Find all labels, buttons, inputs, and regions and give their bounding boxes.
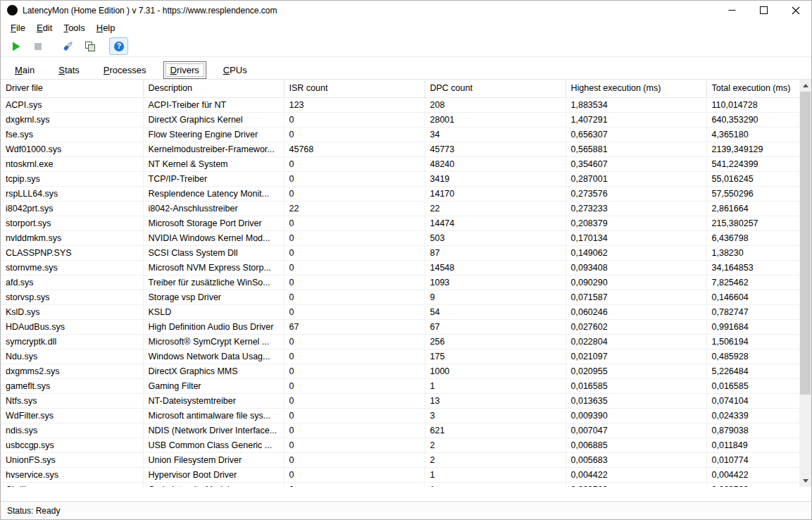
table-cell: hvservice.sys [1,467,143,482]
table-cell: 0 [284,245,425,260]
table-row[interactable]: dxgkrnl.sysDirectX Graphics Kernel028001… [1,112,799,127]
help-button[interactable]: ? [109,37,128,55]
table-row[interactable]: storvsp.sysStorage vsp Driver090,0715870… [1,290,799,304]
table-cell: 0 [284,156,425,171]
titlebar[interactable]: LatencyMon (Home Edition ) v 7.31 - http… [1,1,811,20]
table-cell: 0 [284,364,425,378]
table-row[interactable]: i8042prt.sysi8042-Anschlusstreiber22220,… [1,201,799,216]
maximize-button[interactable] [748,1,780,20]
table-cell: 54 [425,304,566,319]
table-cell: 0,013635 [566,393,706,408]
column-header-driver-file[interactable]: Driver file [1,80,143,97]
vertical-scrollbar[interactable] [799,80,811,487]
scrollbar-up-button[interactable] [799,80,811,92]
options-button[interactable] [58,37,77,55]
table-cell: gameflt.sys [1,378,143,393]
table-cell: 256 [425,334,566,349]
table-row[interactable]: afd.sysTreiber für zusätzliche WinSo...0… [1,275,799,290]
menu-tools[interactable]: Tools [58,21,90,35]
table-cell: 0 [284,408,425,423]
table-cell: ntoskrnl.exe [1,156,143,171]
tab-processes[interactable]: Processes [96,61,154,79]
table-row[interactable]: UnionFS.sysUnion Filesystem Driver020,00… [1,452,799,467]
tab-cpus[interactable]: CPUs [216,61,254,79]
column-header-dpc-count[interactable]: DPC count [425,80,566,97]
table-cell: 14474 [425,216,566,230]
table-cell: HDAudBus.sys [1,319,143,334]
table-cell: 57,550296 [706,186,799,201]
scrollbar-down-button[interactable] [799,475,811,487]
table-cell: dxgkrnl.sys [1,112,143,127]
table-cell: 0 [284,216,425,230]
table-cell: 6,436798 [706,230,799,245]
table-cell: ndis.sys [1,423,143,438]
table-row[interactable]: gameflt.sysGaming Filter010,0165850,0165… [1,378,799,393]
table-cell: 0,003563 [706,482,799,487]
table-row[interactable]: tcpip.sysTCP/IP-Treiber034190,28700155,0… [1,171,799,186]
table-cell: CLASSPNP.SYS [1,245,143,260]
minimize-button[interactable] [716,1,748,20]
close-button[interactable] [780,1,811,20]
table-cell: WdFilter.sys [1,408,143,423]
table-cell: Union Filesystem Driver [143,452,284,467]
scrollbar-thumb[interactable] [800,92,811,395]
table-cell: 9 [425,290,566,304]
table-row[interactable]: ndis.sysNDIS (Network Driver Interface..… [1,423,799,438]
table-row[interactable]: hvservice.sysHypervisor Boot Driver010,0… [1,467,799,482]
table-cell: KslD.sys [1,304,143,319]
table-cell: 0 [284,452,425,467]
table-row[interactable]: usbccgp.sysUSB Common Class Generic ...0… [1,438,799,452]
column-header-description[interactable]: Description [143,80,284,97]
table-row[interactable]: HDAudBus.sysHigh Definition Audio Bus Dr… [1,319,799,334]
statusbar: Status: Ready [1,501,811,519]
menu-file[interactable]: File [5,21,31,35]
column-header-total-execution[interactable]: Total execution (ms) [706,80,799,97]
copy-report-button[interactable] [80,37,99,55]
table-row[interactable]: KslD.sysKSLD0540,0602460,782747 [1,304,799,319]
table-row[interactable]: storport.sysMicrosoft Storage Port Drive… [1,216,799,230]
table-cell: symcryptk.dll [1,334,143,349]
tab-main[interactable]: Main [8,61,42,79]
tab-stats[interactable]: Stats [51,61,87,79]
column-header-highest-execution[interactable]: Highest execution (ms) [566,80,706,97]
table-row[interactable]: rspLLL64.sysResplendence Latency Monit..… [1,186,799,201]
table-row[interactable]: dxgmms2.sysDirectX Graphics MMS010000,02… [1,364,799,378]
table-cell: 1,883534 [566,97,706,112]
table-row[interactable]: ACPI.sysACPI-Treiber für NT1232081,88353… [1,97,799,112]
table-cell: 0,071587 [566,290,706,304]
table-cell: 45773 [425,142,566,156]
table-row[interactable]: WdFilter.sysMicrosoft antimalware file s… [1,408,799,423]
table-row[interactable]: CI.dllCode Integrity Module010,0035630,0… [1,482,799,487]
table-row[interactable]: Wdf01000.sysKernelmodustreiber-Framewor.… [1,142,799,156]
table-cell: 1 [425,467,566,482]
table-row[interactable]: CLASSPNP.SYSSCSI Class System Dll0870,14… [1,245,799,260]
table-row[interactable]: Ndu.sysWindows Network Data Usag...01750… [1,349,799,364]
table-row[interactable]: ntoskrnl.exeNT Kernel & System0482400,35… [1,156,799,171]
toolbar: ? [1,36,811,57]
table-cell: Ntfs.sys [1,393,143,408]
table-row[interactable]: fse.sysFlow Steering Engine Driver0340,6… [1,127,799,142]
app-icon[interactable] [7,5,18,16]
table-cell: storport.sys [1,216,143,230]
svg-text:?: ? [116,42,120,50]
table-row[interactable]: Ntfs.sysNT-Dateisystemtreiber0130,013635… [1,393,799,408]
table-cell: 0,090290 [566,275,706,290]
table-cell: 175 [425,349,566,364]
table-cell: 0,273233 [566,201,706,216]
start-monitor-button[interactable] [6,37,25,55]
table-row[interactable]: stornvme.sysMicrosoft NVM Express Storp.… [1,260,799,275]
menu-help[interactable]: Help [91,21,121,35]
menu-edit[interactable]: Edit [31,21,58,35]
table-cell: Treiber für zusätzliche WinSo... [143,275,284,290]
table-cell: 1,506194 [706,334,799,349]
table-cell: 0,991684 [706,319,799,334]
column-header-isr-count[interactable]: ISR count [284,80,425,97]
table-cell: 13 [425,393,566,408]
stop-monitor-button[interactable] [28,37,47,55]
table-cell: 0,879038 [706,423,799,438]
table-cell: 14170 [425,186,566,201]
table-row[interactable]: symcryptk.dllMicrosoft® SymCrypt Kernel … [1,334,799,349]
table-cell: 2 [425,438,566,452]
tab-drivers[interactable]: Drivers [163,61,206,79]
table-row[interactable]: nvlddmkm.sysNVIDIA Windows Kernel Mod...… [1,230,799,245]
